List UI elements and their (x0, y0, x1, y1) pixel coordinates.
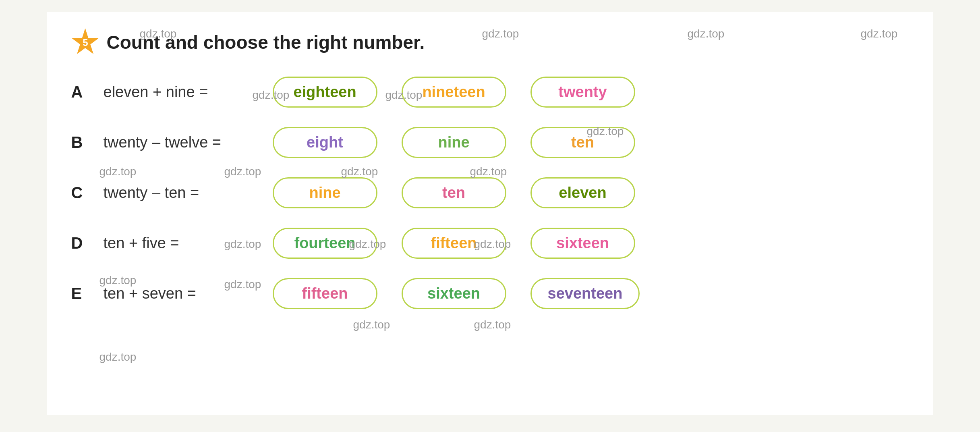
row-label-E: E (71, 285, 104, 303)
answers-group-C: nineteneleven (273, 177, 909, 208)
watermark: gdz.top (349, 238, 386, 251)
row-equation-A: eleven + nine = (104, 83, 273, 101)
answer-btn-E-1[interactable]: fifteen (273, 278, 377, 309)
answer-btn-C-1[interactable]: nine (273, 177, 377, 208)
svg-text:5: 5 (83, 37, 88, 48)
row-label-C: C (71, 184, 104, 202)
answer-btn-E-2[interactable]: sixteen (402, 278, 506, 309)
row-equation-C: twenty – ten = (104, 184, 273, 201)
watermark: gdz.top (385, 89, 423, 102)
watermark: gdz.top (253, 89, 290, 102)
answer-btn-B-2[interactable]: nine (402, 127, 506, 158)
watermark: gdz.top (224, 278, 261, 291)
row-label-A: A (71, 83, 104, 101)
watermark: gdz.top (482, 27, 519, 40)
answer-btn-B-1[interactable]: eight (273, 127, 377, 158)
exercise-row-B: Btwenty – twelve =eightnineten (71, 127, 909, 158)
watermark: gdz.top (140, 27, 177, 40)
answer-btn-A-3[interactable]: twenty (530, 77, 635, 108)
row-equation-B: twenty – twelve = (104, 134, 273, 151)
exercise-rows: Aeleven + nine =eighteennineteentwentyBt… (71, 77, 909, 309)
answers-group-E: fifteensixteenseventeen (273, 278, 909, 309)
watermark: gdz.top (99, 165, 137, 178)
answers-group-A: eighteennineteentwenty (273, 77, 909, 108)
watermark: gdz.top (474, 238, 511, 251)
answer-btn-D-3[interactable]: sixteen (530, 228, 635, 259)
answer-btn-C-2[interactable]: ten (402, 177, 506, 208)
exercise-row-A: Aeleven + nine =eighteennineteentwenty (71, 77, 909, 108)
exercise-row-C: Ctwenty – ten =nineteneleven (71, 177, 909, 208)
answer-btn-E-3[interactable]: seventeen (530, 278, 640, 309)
watermark: gdz.top (353, 318, 390, 331)
row-label-B: B (71, 133, 104, 152)
watermark: gdz.top (470, 165, 507, 178)
watermark: gdz.top (99, 274, 137, 287)
watermark: gdz.top (688, 27, 725, 40)
watermark: gdz.top (861, 27, 898, 40)
watermark: gdz.top (224, 165, 261, 178)
star-badge: 5 5 (71, 28, 99, 56)
row-label-D: D (71, 234, 104, 252)
exercise-row-E: Eten + seven =fifteensixteenseventeen (71, 278, 909, 309)
page: gdz.top gdz.top gdz.top gdz.top gdz.top … (47, 12, 933, 415)
watermark: gdz.top (341, 165, 378, 178)
answer-btn-C-3[interactable]: eleven (530, 177, 635, 208)
watermark: gdz.top (99, 351, 137, 363)
watermark: gdz.top (474, 318, 511, 331)
watermark: gdz.top (224, 238, 261, 251)
watermark: gdz.top (587, 125, 624, 138)
